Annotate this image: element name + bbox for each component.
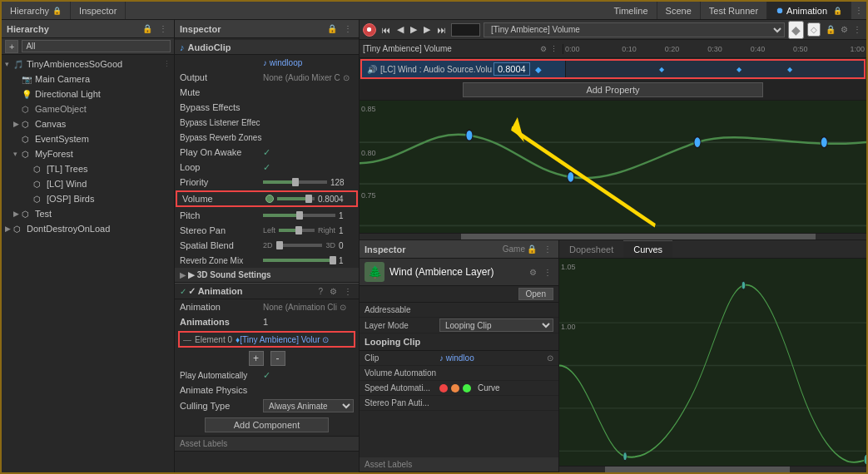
volume-dot bbox=[265, 195, 274, 203]
record-btn[interactable]: ⏺ bbox=[363, 23, 376, 37]
tree-item-more-0[interactable]: ⋮ bbox=[163, 60, 174, 68]
tab-inspector-top[interactable]: Inspector bbox=[71, 2, 126, 19]
add-property-row: Add Property bbox=[360, 80, 866, 101]
tree-arrow-6: ▾ bbox=[13, 150, 22, 158]
tab-hierarchy[interactable]: Hierarchy 🔒 bbox=[2, 2, 71, 19]
anim-toolbar: ⏺ ⏮ ◀ ▶ ▶ ⏭ 33 [Tiny Ambience] Volume ◆ … bbox=[360, 20, 866, 40]
element-value: [Tiny Ambience] Volur ⊙ bbox=[240, 335, 350, 344]
tab-more-btn[interactable]: ⋮ bbox=[851, 6, 866, 15]
hierarchy-tree: ▾ 🎵 TinyAmbiencesSoGood ⋮ 📷 Main Camera … bbox=[2, 55, 174, 472]
priority-slider[interactable]: 128 bbox=[263, 178, 354, 187]
volume-slider[interactable]: 0.8004 bbox=[265, 195, 351, 204]
tree-item-lcwind[interactable]: ⬡ [LC] Wind bbox=[2, 176, 174, 191]
hierarchy-search[interactable] bbox=[22, 40, 171, 52]
track-clip-name: [Tiny Ambience] Volume bbox=[363, 44, 538, 53]
tree-item-gameobj[interactable]: ⬡ GameObject bbox=[2, 101, 174, 116]
inspector-body: ♪ AudioClip ♪ windloop Output None (Audi… bbox=[175, 38, 359, 472]
tree-item-maincamera[interactable]: 📷 Main Camera bbox=[2, 72, 174, 86]
open-btn[interactable]: Open bbox=[518, 288, 553, 300]
add-component-btn[interactable]: Add Component bbox=[205, 417, 329, 432]
stereopan-slider[interactable]: Left Right 1 bbox=[263, 226, 354, 235]
bottom-inspector-icons: 🔒 ⋮ bbox=[525, 244, 553, 254]
track-label-area: [Tiny Ambience] Volume ⚙ ⋮ bbox=[360, 44, 563, 54]
dot-green[interactable] bbox=[463, 384, 471, 393]
anim-more2-icon[interactable]: ⋮ bbox=[851, 24, 863, 35]
tab-curves[interactable]: Curves bbox=[623, 240, 672, 258]
keyframe-dot-3[interactable]: ◆ bbox=[787, 66, 792, 73]
anim-key-btn[interactable]: ◇ bbox=[807, 22, 821, 37]
tree-item-dontdestroy[interactable]: ▶ ⬡ DontDestroyOnLoad bbox=[2, 221, 174, 236]
top-curve-scrollthumb[interactable] bbox=[461, 234, 816, 239]
tree-item-myforest[interactable]: ▾ ⬡ MyForest bbox=[2, 146, 174, 161]
sound-settings-section[interactable]: ▶ ▶ 3D Sound Settings bbox=[175, 268, 359, 283]
pitch-slider[interactable]: 1 bbox=[263, 211, 354, 220]
bottom-curve-scrollbar[interactable] bbox=[559, 466, 866, 472]
tree-icon-1: 📷 bbox=[22, 75, 33, 84]
tree-icon-11: ⬡ bbox=[13, 225, 25, 234]
bottom-curve-scrollthumb[interactable] bbox=[605, 467, 789, 472]
anim-more-icon[interactable]: ⋮ bbox=[342, 286, 354, 297]
anim-add-curve-btn[interactable]: ◆ bbox=[788, 21, 804, 39]
tree-item-dirlight[interactable]: 💡 Directional Light bbox=[2, 86, 174, 101]
goto-start-btn[interactable]: ⏮ bbox=[379, 25, 392, 35]
tree-item-tinyambiences[interactable]: ▾ 🎵 TinyAmbiencesSoGood ⋮ bbox=[2, 57, 174, 72]
audioclip-section: ♪ AudioClip bbox=[175, 40, 359, 55]
spatialblend-slider[interactable]: 2D 3D 0 bbox=[263, 241, 354, 250]
keyframe-dot-1[interactable]: ◆ bbox=[659, 66, 664, 73]
hierarchy-add-btn[interactable]: + bbox=[5, 40, 18, 53]
bottom-curve-editor: Dopesheet Curves 1.05 1.00 bbox=[559, 240, 866, 472]
tree-label-4: Canvas bbox=[35, 119, 66, 129]
inspector-priority-row: Priority 128 bbox=[175, 175, 359, 190]
bottom-more-icon[interactable]: ⋮ bbox=[542, 244, 553, 254]
clip-link-icon[interactable]: ⊙ bbox=[547, 353, 553, 363]
anim-help-icon[interactable]: ? bbox=[316, 286, 325, 297]
tab-timeline[interactable]: Timeline bbox=[605, 2, 657, 19]
tab-dopesheet[interactable]: Dopesheet bbox=[559, 240, 623, 258]
hierarchy-more-icon[interactable]: ⋮ bbox=[157, 23, 169, 34]
wind-more-icon[interactable]: ⋮ bbox=[542, 267, 553, 278]
inspector-lock-icon[interactable]: 🔒 bbox=[325, 23, 339, 34]
tree-item-canvas[interactable]: ▶ ⬡ Canvas bbox=[2, 116, 174, 131]
play-btn[interactable]: ▶ bbox=[409, 24, 419, 35]
layer-mode-row: Layer Mode Looping Clip bbox=[360, 318, 558, 333]
tree-item-test[interactable]: ▶ ⬡ Test bbox=[2, 206, 174, 221]
goto-end-btn[interactable]: ⏭ bbox=[435, 25, 448, 35]
animation-element-row[interactable]: — Element 0 ♦ [Tiny Ambience] Volur ⊙ bbox=[178, 331, 355, 348]
remove-element-btn[interactable]: - bbox=[270, 351, 285, 366]
frame-input[interactable]: 33 bbox=[451, 23, 480, 37]
tab-test-runner[interactable]: Test Runner bbox=[701, 2, 767, 19]
track-keyframe-diamond[interactable]: ◆ bbox=[535, 65, 542, 74]
tree-item-tltrees[interactable]: ⬡ [TL] Trees bbox=[2, 161, 174, 176]
anim-settings-icon[interactable]: ⚙ bbox=[328, 286, 339, 297]
culling-type-select[interactable]: Always Animate bbox=[263, 399, 354, 412]
tree-item-eventsystem[interactable]: ⬡ EventSystem bbox=[2, 131, 174, 146]
dot-red[interactable] bbox=[439, 384, 448, 393]
hierarchy-lock-icon[interactable]: 🔒 bbox=[141, 23, 154, 34]
inspector-more-icon[interactable]: ⋮ bbox=[342, 23, 354, 34]
anim-gear-icon[interactable]: ⚙ bbox=[839, 24, 850, 35]
curve-tab-bar: Dopesheet Curves bbox=[559, 240, 866, 259]
top-curve-scrollbar[interactable] bbox=[360, 233, 866, 239]
dot-orange[interactable] bbox=[451, 384, 459, 393]
wind-settings-icon[interactable]: ⚙ bbox=[528, 267, 538, 278]
curve-y-label-100: 1.00 bbox=[561, 323, 576, 331]
add-property-btn[interactable]: Add Property bbox=[463, 82, 763, 97]
clip-select[interactable]: [Tiny Ambience] Volume bbox=[484, 22, 785, 37]
keyframe-dot-2[interactable]: ◆ bbox=[737, 66, 742, 73]
game-tab-label[interactable]: Game bbox=[503, 244, 525, 254]
tree-icon-2: 💡 bbox=[22, 90, 33, 99]
bottom-lock-icon[interactable]: 🔒 bbox=[525, 244, 538, 254]
tab-scene[interactable]: Scene bbox=[657, 2, 701, 19]
track-clip-more-icon[interactable]: ⋮ bbox=[548, 44, 559, 54]
add-element-btn[interactable]: + bbox=[249, 351, 264, 366]
anim-lock-icon[interactable]: 🔒 bbox=[824, 24, 837, 35]
tab-animation[interactable]: ⏺ Animation 🔒 bbox=[767, 2, 851, 19]
reverbmix-slider[interactable]: 1 bbox=[263, 256, 354, 265]
layer-mode-select[interactable]: Looping Clip bbox=[439, 318, 553, 332]
tree-item-ospbirds[interactable]: ⬡ [OSP] Birds bbox=[2, 191, 174, 206]
next-frame-btn[interactable]: ▶ bbox=[422, 24, 432, 35]
volume-track-row[interactable]: 🔊 [LC] Wind : Audio Source.Volu 0.8004 ◆… bbox=[360, 59, 866, 79]
bottom-area: Inspector Game 🔒 ⋮ 🌲 Wind (Ambience Laye… bbox=[360, 239, 866, 472]
prev-frame-btn[interactable]: ◀ bbox=[395, 24, 405, 35]
track-clip-settings-icon[interactable]: ⚙ bbox=[538, 44, 548, 54]
